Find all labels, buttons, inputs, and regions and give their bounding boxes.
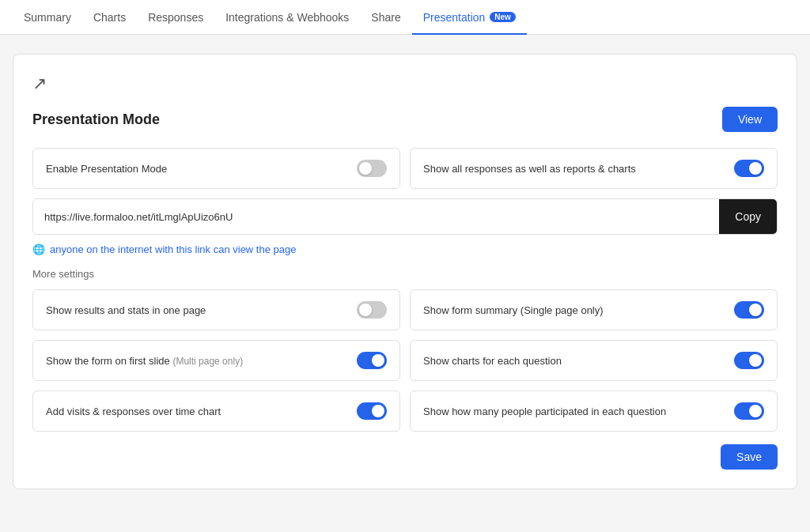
view-link[interactable]: anyone on the internet with this link ca…: [50, 243, 296, 255]
nav-integrations[interactable]: Integrations & Webhooks: [214, 0, 360, 35]
toggle-enable-presentation[interactable]: [357, 160, 387, 177]
setting-show-all-responses: Show all responses as well as reports & …: [410, 148, 778, 189]
toggle-visits-responses[interactable]: [357, 402, 387, 420]
toggle-form-summary[interactable]: [734, 301, 764, 319]
setting-results-stats: Show results and stats in one page: [32, 289, 400, 330]
setting-enable-presentation: Enable Presentation Mode: [32, 148, 400, 189]
trend-icon: ↗: [32, 74, 47, 93]
setting-charts-question: Show charts for each question: [410, 340, 778, 381]
page-title: Presentation Mode: [32, 111, 160, 128]
icon-area: ↗: [32, 74, 778, 94]
url-input[interactable]: [33, 202, 719, 232]
save-button[interactable]: Save: [721, 444, 778, 470]
new-badge: New: [490, 12, 516, 22]
setting-visits-responses: Add visits & responses over time chart: [32, 391, 400, 432]
view-button[interactable]: View: [722, 107, 778, 132]
toggle-results-stats[interactable]: [357, 301, 387, 319]
nav-share[interactable]: Share: [360, 0, 411, 35]
setting-form-summary: Show form summary (Single page only): [410, 289, 778, 330]
setting-form-first-slide: Show the form on first slide (Multi page…: [32, 340, 400, 381]
url-row: Copy: [32, 198, 778, 235]
header-row: Presentation Mode View: [32, 107, 778, 132]
setting-label-form-first-slide: Show the form on first slide (Multi page…: [46, 355, 347, 367]
setting-label-results-stats: Show results and stats in one page: [46, 304, 347, 316]
nav-charts[interactable]: Charts: [82, 0, 137, 35]
main-wrapper: ↗ Presentation Mode View Enable Presenta…: [0, 35, 810, 502]
setting-label-show-all-responses: Show all responses as well as reports & …: [423, 163, 725, 175]
nav-responses[interactable]: Responses: [137, 0, 214, 35]
setting-label-form-summary: Show form summary (Single page only): [423, 304, 725, 316]
nav-presentation[interactable]: Presentation New: [412, 0, 527, 35]
sub-label-form-first-slide: (Multi page only): [172, 356, 243, 367]
nav-bar: Summary Charts Responses Integrations & …: [0, 0, 810, 35]
setting-people-participated: Show how many people participated in eac…: [410, 391, 778, 432]
toggle-form-first-slide[interactable]: [357, 352, 387, 369]
more-settings-label: More settings: [32, 268, 778, 280]
nav-summary[interactable]: Summary: [13, 0, 82, 35]
link-info: 🌐 anyone on the internet with this link …: [32, 243, 778, 255]
save-row: Save: [32, 444, 778, 470]
copy-button[interactable]: Copy: [719, 199, 777, 234]
globe-icon: 🌐: [32, 243, 45, 255]
toggle-show-all-responses[interactable]: [734, 160, 764, 177]
setting-label-enable-presentation: Enable Presentation Mode: [46, 163, 347, 175]
toggle-charts-question[interactable]: [734, 352, 764, 369]
more-settings-grid: Show results and stats in one page Show …: [32, 289, 778, 432]
setting-label-visits-responses: Add visits & responses over time chart: [46, 406, 347, 417]
top-settings-grid: Enable Presentation Mode Show all respon…: [32, 148, 778, 189]
toggle-people-participated[interactable]: [734, 402, 764, 420]
setting-label-people-participated: Show how many people participated in eac…: [423, 406, 725, 417]
setting-label-charts-question: Show charts for each question: [423, 355, 725, 367]
content-card: ↗ Presentation Mode View Enable Presenta…: [13, 54, 797, 489]
